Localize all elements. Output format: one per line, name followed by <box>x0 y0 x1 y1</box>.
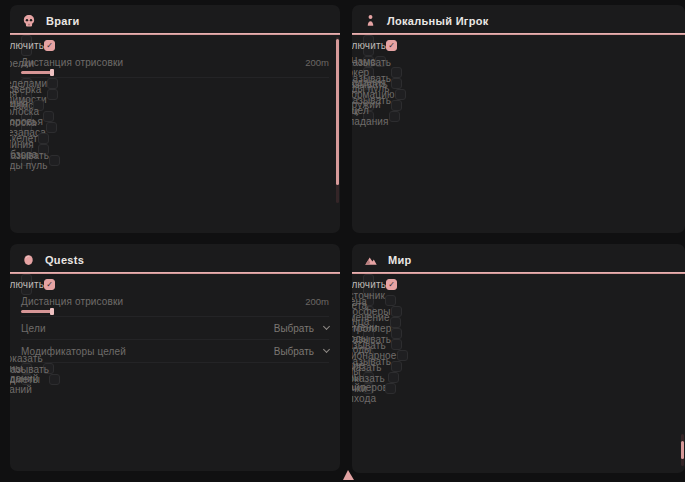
dropdown[interactable]: Выбрать <box>274 346 329 357</box>
checkbox[interactable] <box>385 383 396 394</box>
slider-thumb[interactable] <box>50 308 54 315</box>
checkbox[interactable] <box>49 155 60 166</box>
row-label: Дистанция отрисовки <box>21 296 123 307</box>
slider-track[interactable] <box>21 69 329 76</box>
checkbox[interactable] <box>391 361 402 372</box>
dropdown[interactable]: Выбрать <box>274 323 329 334</box>
slider-fill <box>21 71 52 74</box>
row-checkbox[interactable]: Показывать предметы заданий <box>21 374 32 385</box>
row-label: Включить <box>10 280 44 290</box>
row-label: Показывать следы пуль <box>10 151 49 171</box>
person-icon <box>364 14 377 27</box>
row-select[interactable]: Модификаторы целейВыбрать <box>21 340 329 363</box>
checkbox[interactable] <box>391 328 402 339</box>
slider-thumb[interactable] <box>50 69 54 76</box>
slider-track[interactable] <box>21 308 329 315</box>
skull-icon <box>22 14 36 28</box>
row-checkbox[interactable]: Проверка видимости <box>21 89 32 100</box>
panel-local-player: Локальный Игрок Включить✓ЧамсПоказывать … <box>352 5 685 233</box>
row-checkbox[interactable]: Включить✓ <box>21 35 32 56</box>
row-label: Показать точки выхода <box>352 374 385 404</box>
row-slider[interactable]: Дистанция отрисовки200m <box>21 56 329 78</box>
row-label: Включить <box>10 41 44 51</box>
checkbox[interactable] <box>47 89 58 100</box>
panel-rows: Включить✓Источник светаСмена атмосферы с… <box>352 274 685 394</box>
checkbox[interactable] <box>391 100 402 111</box>
checkbox[interactable] <box>391 306 402 317</box>
checkbox[interactable]: ✓ <box>386 40 397 51</box>
checkbox[interactable] <box>388 372 399 383</box>
row-checkbox[interactable]: Включить✓ <box>21 274 32 295</box>
checkbox[interactable]: ✓ <box>386 279 397 290</box>
row-label: Показывать предметы заданий <box>10 365 49 395</box>
row-label: Звук попадания <box>352 107 389 127</box>
row-checkbox[interactable]: Включить✓ <box>363 35 374 56</box>
chevron-down-icon <box>323 323 330 330</box>
checkbox[interactable] <box>38 133 49 144</box>
panel-enemies-header: Враги <box>10 5 340 33</box>
row-checkbox[interactable]: Звук попадания <box>363 111 374 122</box>
panel-title: Quests <box>45 254 84 266</box>
slider-value: 200m <box>305 296 329 307</box>
panel-rows: Включить✓Дистанция отрисовки200mСтрелки … <box>10 35 340 166</box>
mountains-icon <box>364 253 378 267</box>
panel-quests-header: Quests <box>10 244 340 272</box>
checkbox[interactable] <box>389 111 400 122</box>
panel-quests: Quests Включить✓Дистанция отрисовки200mЦ… <box>10 244 340 471</box>
row-slider[interactable]: Дистанция отрисовки200m <box>21 295 329 317</box>
checkbox[interactable] <box>397 350 408 361</box>
row-select[interactable]: ЦелиВыбрать <box>21 317 329 340</box>
slider-value: 200m <box>305 57 329 68</box>
checkbox[interactable] <box>391 67 402 78</box>
panel-rows: Включить✓ЧамсПоказывать маркер попадания… <box>352 35 685 122</box>
panel-enemies: Враги Включить✓Дистанция отрисовки200mСт… <box>10 5 340 233</box>
checkbox[interactable] <box>395 89 406 100</box>
quest-icon <box>22 253 35 267</box>
panel-title: Враги <box>46 15 80 27</box>
panel-title: Мир <box>388 254 412 266</box>
scrollbar-thumb[interactable] <box>336 39 339 185</box>
row-label: Включить <box>352 280 386 290</box>
row-checkbox[interactable]: Показать точки выхода <box>363 383 374 394</box>
dropdown-value: Выбрать <box>274 323 314 334</box>
panel-title: Локальный Игрок <box>387 15 489 27</box>
checkbox[interactable] <box>46 122 57 133</box>
cursor-icon <box>343 470 354 480</box>
row-checkbox[interactable]: Полоска боезапаса <box>21 122 32 133</box>
scrollbar-thumb[interactable] <box>681 441 684 459</box>
chevron-down-icon <box>323 346 330 353</box>
panel-rows: Включить✓Дистанция отрисовки200mЦелиВыбр… <box>10 274 340 385</box>
panel-world-header: Мир <box>352 244 685 272</box>
checkbox[interactable]: ✓ <box>44 40 55 51</box>
panel-world: Мир Включить✓Источник светаСмена атмосфе… <box>352 244 685 473</box>
row-label: Цели <box>21 323 46 334</box>
panel-local-player-header: Локальный Игрок <box>352 5 685 33</box>
slider-fill <box>21 310 52 313</box>
checkbox[interactable]: ✓ <box>44 279 55 290</box>
dropdown-value: Выбрать <box>274 346 314 357</box>
row-label: Включить <box>352 41 386 51</box>
checkbox[interactable] <box>49 374 60 385</box>
row-checkbox[interactable]: Показывать следы пуль <box>21 155 32 166</box>
checkbox[interactable] <box>47 78 58 89</box>
